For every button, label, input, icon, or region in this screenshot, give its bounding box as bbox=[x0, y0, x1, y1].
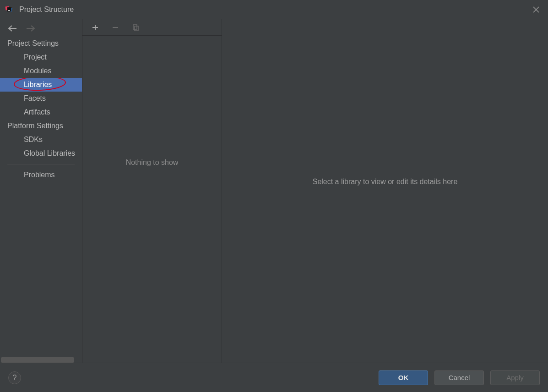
back-button[interactable] bbox=[7, 25, 17, 32]
nav-item-modules[interactable]: Modules bbox=[0, 64, 82, 78]
svg-rect-3 bbox=[8, 10, 10, 11]
left-nav: Project Settings Project Modules Librari… bbox=[0, 19, 82, 363]
ok-button[interactable]: OK bbox=[379, 370, 428, 385]
svg-rect-2 bbox=[7, 7, 11, 11]
cancel-button[interactable]: Cancel bbox=[434, 370, 484, 385]
nav-item-sdks[interactable]: SDKs bbox=[0, 133, 82, 147]
nav-divider bbox=[7, 164, 75, 164]
content-area: Project Settings Project Modules Librari… bbox=[0, 19, 548, 363]
svg-rect-12 bbox=[135, 26, 138, 31]
project-settings-header: Project Settings bbox=[0, 37, 82, 50]
nav-item-artifacts[interactable]: Artifacts bbox=[0, 105, 82, 119]
apply-button[interactable]: Apply bbox=[490, 370, 540, 385]
nav-item-problems[interactable]: Problems bbox=[0, 168, 82, 182]
svg-rect-11 bbox=[133, 25, 137, 29]
app-icon bbox=[5, 5, 15, 15]
titlebar: Project Structure bbox=[0, 0, 548, 19]
list-toolbar bbox=[82, 19, 222, 36]
add-button[interactable] bbox=[91, 23, 100, 32]
library-list-panel: Nothing to show bbox=[82, 19, 222, 363]
button-bar: ? OK Cancel Apply bbox=[0, 363, 548, 392]
detail-placeholder: Select a library to view or edit its det… bbox=[313, 178, 458, 186]
copy-button[interactable] bbox=[131, 23, 140, 32]
nav-item-label: Libraries bbox=[24, 81, 52, 88]
close-button[interactable] bbox=[529, 2, 543, 17]
window-title: Project Structure bbox=[19, 5, 74, 14]
help-button[interactable]: ? bbox=[8, 371, 21, 384]
empty-list-message: Nothing to show bbox=[82, 36, 222, 363]
remove-button[interactable] bbox=[111, 23, 120, 32]
nav-item-global-libraries[interactable]: Global Libraries bbox=[0, 147, 82, 160]
nav-history-controls bbox=[0, 19, 82, 37]
horizontal-scrollbar-thumb[interactable] bbox=[1, 357, 74, 363]
detail-panel: Select a library to view or edit its det… bbox=[222, 19, 548, 363]
forward-button[interactable] bbox=[26, 25, 36, 32]
nav-item-facets[interactable]: Facets bbox=[0, 92, 82, 105]
nav-item-libraries[interactable]: Libraries bbox=[0, 78, 82, 92]
nav-item-project[interactable]: Project bbox=[0, 50, 82, 64]
platform-settings-header: Platform Settings bbox=[0, 119, 82, 133]
